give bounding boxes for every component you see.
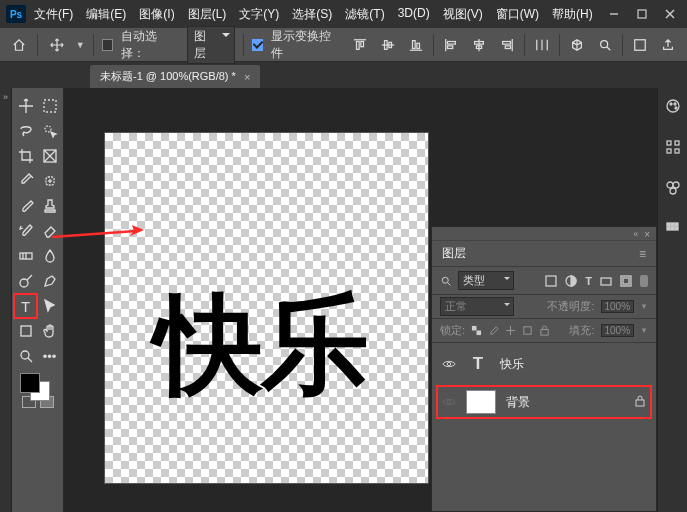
- lock-image-icon[interactable]: [488, 325, 499, 336]
- panel-menu-icon[interactable]: ≡: [639, 247, 646, 261]
- lasso-tool[interactable]: [14, 119, 37, 143]
- search-icon[interactable]: [594, 34, 616, 56]
- svg-line-26: [607, 46, 611, 50]
- tool-preset-dropdown[interactable]: ▼: [76, 40, 85, 50]
- filter-adjust-icon[interactable]: [565, 275, 577, 287]
- filter-toggle[interactable]: [640, 275, 648, 287]
- stamp-tool[interactable]: [38, 194, 61, 218]
- history-brush-tool[interactable]: [14, 219, 37, 243]
- svg-point-46: [674, 103, 676, 105]
- document-tab-strip: 未标题-1 @ 100%(RGB/8) * ×: [0, 62, 687, 88]
- fill-value[interactable]: 100%: [601, 324, 635, 337]
- layer-row-background[interactable]: 背景: [438, 387, 650, 417]
- move-tool[interactable]: [14, 94, 37, 118]
- collapse-panel-icon[interactable]: «: [633, 229, 638, 238]
- brush-tool[interactable]: [14, 194, 37, 218]
- lock-all-icon[interactable]: [539, 325, 550, 336]
- chevron-down-icon[interactable]: ▼: [640, 302, 648, 311]
- zoom-tool[interactable]: [14, 344, 37, 368]
- show-transform-controls-checkbox[interactable]: [252, 39, 264, 51]
- lock-icon[interactable]: [634, 395, 646, 410]
- layer-name[interactable]: 背景: [506, 394, 530, 411]
- adjustments-panel-icon[interactable]: [665, 139, 681, 158]
- color-swatches[interactable]: [14, 373, 61, 409]
- path-select-tool[interactable]: [38, 294, 61, 318]
- menu-layer[interactable]: 图层(L): [188, 6, 227, 23]
- menu-3d[interactable]: 3D(D): [398, 6, 430, 23]
- lock-position-icon[interactable]: [505, 325, 516, 336]
- menu-help[interactable]: 帮助(H): [552, 6, 593, 23]
- align-bottom-icon[interactable]: [405, 34, 427, 56]
- visibility-toggle[interactable]: [442, 395, 456, 409]
- filter-pixel-icon[interactable]: [545, 275, 557, 287]
- close-panel-icon[interactable]: ×: [644, 229, 650, 238]
- opacity-value[interactable]: 100%: [601, 300, 635, 313]
- frame-tool[interactable]: [38, 144, 61, 168]
- color-panel-icon[interactable]: [665, 98, 681, 117]
- pen-tool[interactable]: [38, 269, 61, 293]
- distribute-icon[interactable]: [531, 34, 553, 56]
- align-top-icon[interactable]: [349, 34, 371, 56]
- menu-edit[interactable]: 编辑(E): [86, 6, 126, 23]
- shape-tool[interactable]: [14, 319, 37, 343]
- layer-name[interactable]: 快乐: [500, 356, 524, 373]
- lock-transparency-icon[interactable]: [471, 325, 482, 336]
- edit-toolbar[interactable]: •••: [38, 344, 61, 368]
- collapse-dock-icon[interactable]: »: [3, 92, 8, 102]
- eraser-tool[interactable]: [38, 219, 61, 243]
- visibility-toggle[interactable]: [442, 357, 456, 371]
- libraries-panel-icon[interactable]: [665, 180, 681, 199]
- svg-point-42: [21, 351, 29, 359]
- window-maximize-button[interactable]: [637, 9, 647, 19]
- window-close-button[interactable]: [665, 9, 675, 19]
- frame-icon[interactable]: [629, 34, 651, 56]
- menu-file[interactable]: 文件(F): [34, 6, 73, 23]
- chevron-down-icon[interactable]: ▼: [640, 326, 648, 335]
- layer-row-text[interactable]: T 快乐: [438, 349, 650, 379]
- filter-type-icon[interactable]: T: [585, 275, 592, 287]
- auto-select-label: 自动选择：: [121, 28, 179, 62]
- close-tab-icon[interactable]: ×: [244, 71, 250, 83]
- align-hcenter-icon[interactable]: [468, 34, 490, 56]
- eyedropper-tool[interactable]: [14, 169, 37, 193]
- document-tab[interactable]: 未标题-1 @ 100%(RGB/8) * ×: [90, 65, 260, 88]
- filter-type-dropdown[interactable]: 类型: [458, 271, 514, 290]
- dodge-tool[interactable]: [14, 269, 37, 293]
- crop-tool[interactable]: [14, 144, 37, 168]
- menu-view[interactable]: 视图(V): [443, 6, 483, 23]
- foreground-color-swatch[interactable]: [20, 373, 40, 393]
- blur-tool[interactable]: [38, 244, 61, 268]
- gradient-tool[interactable]: [14, 244, 37, 268]
- window-minimize-button[interactable]: [609, 9, 619, 19]
- align-vcenter-icon[interactable]: [377, 34, 399, 56]
- quick-select-tool[interactable]: [38, 119, 61, 143]
- home-icon[interactable]: [8, 34, 29, 56]
- svg-point-25: [601, 40, 608, 47]
- move-tool-icon[interactable]: [46, 34, 67, 56]
- type-tool[interactable]: T: [14, 294, 37, 318]
- healing-tool[interactable]: [38, 169, 61, 193]
- 3d-mode-icon[interactable]: [566, 34, 588, 56]
- layers-tab[interactable]: 图层: [442, 245, 466, 262]
- blend-mode-dropdown[interactable]: 正常: [440, 297, 514, 316]
- menu-filter[interactable]: 滤镜(T): [345, 6, 384, 23]
- separator: [559, 34, 560, 56]
- auto-select-mode-dropdown[interactable]: 图层: [187, 26, 234, 64]
- share-icon[interactable]: [657, 34, 679, 56]
- marquee-tool[interactable]: [38, 94, 61, 118]
- document-canvas[interactable]: 快乐: [104, 132, 429, 484]
- menu-type[interactable]: 文字(Y): [239, 6, 279, 23]
- menu-window[interactable]: 窗口(W): [496, 6, 539, 23]
- menu-select[interactable]: 选择(S): [292, 6, 332, 23]
- align-left-icon[interactable]: [440, 34, 462, 56]
- menu-image[interactable]: 图像(I): [139, 6, 174, 23]
- filter-shape-icon[interactable]: [600, 275, 612, 287]
- canvas-text-layer[interactable]: 快乐: [155, 273, 367, 419]
- align-right-icon[interactable]: [496, 34, 518, 56]
- filter-smart-icon[interactable]: [620, 275, 632, 287]
- lock-artboard-icon[interactable]: [522, 325, 533, 336]
- swatches-panel-icon[interactable]: [665, 221, 681, 240]
- hand-tool[interactable]: [38, 319, 61, 343]
- auto-select-checkbox[interactable]: [102, 39, 114, 51]
- lock-label: 锁定:: [440, 323, 465, 338]
